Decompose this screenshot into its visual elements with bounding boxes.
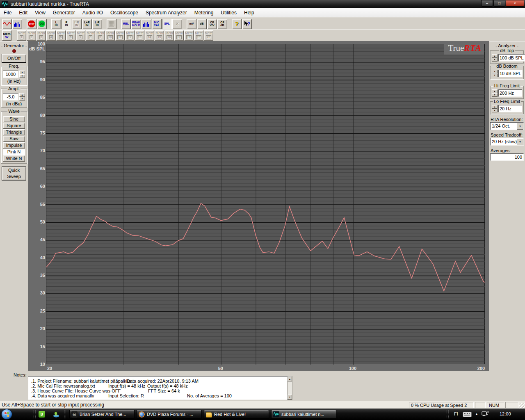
menu-item-generator[interactable]: Generator	[49, 8, 79, 17]
quick-sweep-button[interactable]: Quick Sweep	[2, 167, 26, 180]
crest-factor-db-button[interactable]: CFdB	[217, 19, 227, 29]
taskbar-task-subbari-kaiuttimet-n[interactable]: subbari kaiuttimet n...	[271, 410, 336, 419]
mem-slot-2-button[interactable]: Mem2	[27, 30, 36, 41]
wave-sine-button[interactable]: Sine	[3, 116, 25, 122]
notes-scroll-up-icon[interactable]: ▲	[288, 377, 292, 381]
close-button[interactable]: ×	[506, 0, 524, 7]
ampl-input[interactable]: -5.0	[3, 93, 18, 100]
ampl-down-button[interactable]: ▼	[19, 97, 25, 100]
millivolts-units-button[interactable]: mV	[187, 19, 196, 29]
stereo-input-button[interactable]: L RIN	[72, 19, 82, 29]
freq-up-button[interactable]: ▲	[19, 71, 25, 74]
mem-slot-10-button[interactable]: Mem10	[105, 30, 115, 41]
network-icon[interactable]	[482, 411, 488, 418]
mem-slot-6-button[interactable]: Mem6	[66, 30, 75, 41]
l-plus-r-input-button[interactable]: L+RIN	[82, 19, 92, 29]
mem-slot-12-button[interactable]: Mem12	[125, 30, 135, 41]
db-bottom-value[interactable]: 10 dB SPL	[498, 70, 523, 77]
menu-item-help[interactable]: Help	[240, 8, 258, 17]
stop-button[interactable]: STOP	[27, 19, 37, 29]
wave-triangle-button[interactable]: Triangle	[3, 129, 25, 135]
menu-item-spectrum-analyzer[interactable]: Spectrum Analyzer	[142, 8, 191, 17]
show-hidden-icons-arrow[interactable]: ▲	[475, 412, 478, 416]
notes-scrollbar[interactable]: ▲ ▼	[287, 376, 292, 400]
peak-hold-button[interactable]: PEAKHOLD	[131, 19, 141, 29]
menu-item-edit[interactable]: Edit	[15, 8, 31, 17]
taskbar-task-dvd-plaza-forums[interactable]: DVD Plaza Forums - ...	[137, 410, 202, 419]
hi-freq-down-button[interactable]: ▼	[492, 93, 498, 97]
mem-slot-3-button[interactable]: Mem3	[37, 30, 46, 41]
db-bottom-down-button[interactable]: ▼	[492, 73, 498, 77]
speed-tradeoff-dropdown-arrow-icon[interactable]: ▼	[517, 138, 523, 145]
averages-input[interactable]: 100	[490, 153, 524, 161]
lo-freq-down-button[interactable]: ▼	[492, 109, 498, 112]
wave-square-button[interactable]: Square	[3, 123, 25, 129]
menu-item-file[interactable]: File	[0, 8, 15, 17]
grid-toggle-button[interactable]	[107, 19, 116, 29]
mem-slot-5-button[interactable]: Mem5	[56, 30, 66, 41]
start-button[interactable]	[1, 409, 12, 420]
menu-item-utilities[interactable]: Utilities	[217, 8, 240, 17]
tray-grip[interactable]	[447, 410, 449, 418]
spl-mode-button[interactable]: SPL	[162, 19, 172, 29]
mem-slot-15-button[interactable]: Mem15	[155, 30, 164, 41]
mem-slot-9-button[interactable]: Mem9	[96, 30, 105, 41]
mem-slot-16-button[interactable]: Mem16	[164, 30, 174, 41]
quicklaunch-grip[interactable]	[34, 410, 36, 418]
mem-write-button[interactable]: Mem W	[2, 30, 11, 41]
mem-slot-13-button[interactable]: Mem13	[135, 30, 144, 41]
mem-slot-11-button[interactable]: Mem11	[115, 30, 125, 41]
context-help-button[interactable]: ?	[242, 19, 252, 29]
freq-down-button[interactable]: ▼	[19, 74, 25, 78]
mem-slot-20-button[interactable]: Mem20	[204, 30, 213, 41]
relative-mode-button[interactable]: REL	[121, 19, 131, 29]
minimize-button[interactable]: –	[481, 0, 493, 7]
mem-slot-8-button[interactable]: Mem8	[86, 30, 95, 41]
generator-onoff-button[interactable]: On/Off	[2, 54, 26, 63]
language-indicator[interactable]: FI	[454, 411, 458, 416]
maximize-button[interactable]: □	[493, 0, 505, 7]
db-bottom-up-button[interactable]: ▲	[492, 70, 498, 73]
menu-item-view[interactable]: View	[31, 8, 49, 17]
lo-freq-up-button[interactable]: ▲	[492, 105, 498, 109]
wave-impulse-button[interactable]: Impulse	[3, 142, 25, 148]
db-top-value[interactable]: 100 dB SPL	[498, 54, 525, 62]
messenger-icon[interactable]	[53, 411, 59, 418]
mem-slot-17-button[interactable]: Mem17	[174, 30, 184, 41]
wave-pink-n-button[interactable]: Pink N	[3, 149, 25, 155]
menu-item-audio-i-o[interactable]: Audio I/O	[79, 8, 107, 17]
mem-slot-14-button[interactable]: Mem14	[145, 30, 154, 41]
rta-resolution-dropdown-arrow-icon[interactable]: ▼	[517, 123, 523, 130]
mem-slot-4-button[interactable]: Mem4	[46, 30, 56, 41]
decibel-units-button[interactable]: dB	[197, 19, 207, 29]
sine-wave-button[interactable]	[2, 19, 12, 29]
taskbar-task-red-hot-live[interactable]: Red Hot & Live!	[204, 410, 269, 419]
lo-freq-value[interactable]: 20 Hz	[498, 105, 522, 112]
hi-freq-value[interactable]: 200 Hz	[498, 89, 522, 97]
taskband-grip[interactable]	[64, 410, 66, 418]
go-button[interactable]: GO	[37, 19, 47, 29]
taskbar-task-brian-setzer-and-the[interactable]: ☠Brian Setzer And The...	[69, 410, 135, 419]
notes-textbox[interactable]: .1. Project Filename: subbari kaiuttimet…	[28, 376, 287, 400]
menu-item-oscilloscope[interactable]: Oscilloscope	[107, 8, 142, 17]
crest-factor-vv-button[interactable]: CFV/V	[207, 19, 217, 29]
taskbar-clock[interactable]: 12:00	[500, 411, 511, 416]
mem-slot-7-button[interactable]: Mem7	[76, 30, 85, 41]
db-top-up-button[interactable]: ▲	[492, 54, 498, 58]
resize-grip[interactable]	[519, 403, 525, 409]
help-button[interactable]: ?	[232, 19, 242, 29]
rta-resolution-dropdown[interactable]: 1/24 Oct. ▼	[490, 122, 524, 130]
clear-overlay-button[interactable]: ✕	[172, 19, 182, 29]
ampl-up-button[interactable]: ▲	[19, 93, 25, 97]
wave-saw-button[interactable]: Saw	[3, 136, 25, 142]
hi-freq-up-button[interactable]: ▲	[492, 89, 498, 93]
freq-input[interactable]: 1000	[3, 71, 18, 78]
right-input-button[interactable]: RIN	[62, 19, 71, 29]
wave-white-n-button[interactable]: White N	[3, 155, 25, 162]
bar-graph-button[interactable]	[142, 19, 151, 29]
notes-scroll-down-icon[interactable]: ▼	[288, 395, 292, 399]
mic-cal-button[interactable]: MICCAL	[152, 19, 162, 29]
l-minus-r-input-button[interactable]: L-RIN	[92, 19, 102, 29]
menu-item-metering[interactable]: Metering	[191, 8, 217, 17]
utorrent-icon[interactable]: µ	[39, 411, 45, 418]
